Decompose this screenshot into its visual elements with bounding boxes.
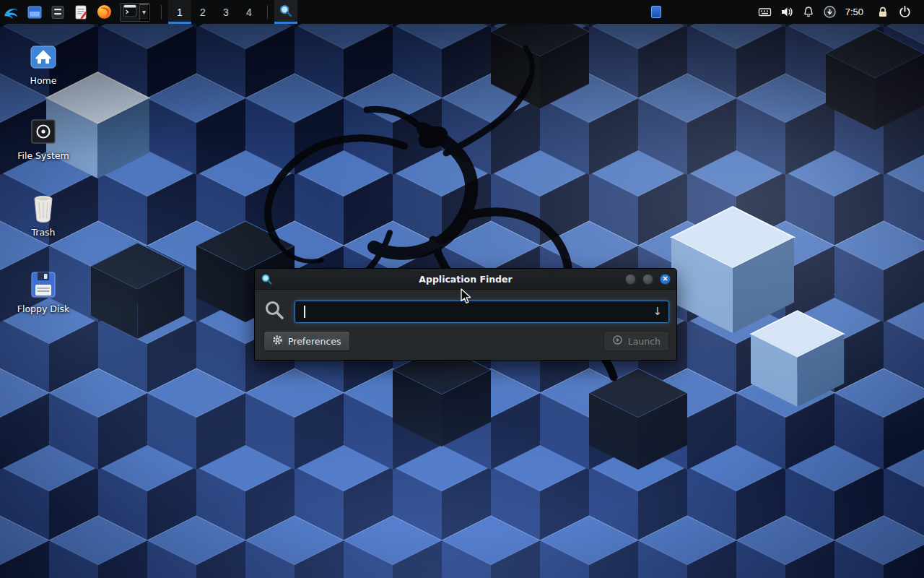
- panel-left: ▾ 1 2 3 4: [0, 0, 297, 24]
- keyboard-layout-icon[interactable]: [754, 0, 776, 24]
- tray-window-icon[interactable]: [651, 6, 661, 18]
- firefox-icon: [96, 4, 113, 20]
- chevron-down-icon: ▾: [142, 8, 146, 16]
- trash-can-icon: [30, 194, 56, 223]
- application-finder-icon: [261, 273, 273, 285]
- terminal-launcher-group: ▾: [120, 3, 150, 22]
- search-row: ↓: [263, 296, 669, 331]
- titlebar[interactable]: Application Finder ✕: [255, 269, 676, 290]
- file-system-drive-icon: [29, 117, 58, 146]
- application-finder-window: Application Finder ✕: [254, 268, 677, 361]
- desktop-icon-label: Home: [30, 76, 57, 86]
- clock[interactable]: 7:50: [841, 0, 872, 24]
- preferences-button[interactable]: Preferences: [263, 331, 350, 351]
- file-manager-launcher[interactable]: [46, 0, 69, 24]
- text-editor-launcher[interactable]: [69, 0, 92, 24]
- file-cabinet-icon: [50, 4, 66, 20]
- desktop-icon-file-system[interactable]: File System: [10, 117, 77, 161]
- close-button[interactable]: ✕: [660, 274, 671, 285]
- panel-separator: [267, 5, 268, 20]
- terminal-launcher[interactable]: [121, 4, 139, 21]
- window-controls: ✕: [625, 274, 671, 285]
- workspace-switcher: 1 2 3 4: [168, 0, 261, 24]
- desktop-icon-floppy-disk[interactable]: Floppy Disk: [10, 270, 77, 314]
- taskbar-application-finder[interactable]: [274, 0, 297, 24]
- search-input[interactable]: ↓: [295, 301, 669, 323]
- finder-body: ↓ Preferences: [255, 290, 676, 360]
- preferences-label: Preferences: [288, 336, 341, 347]
- desktop-icon-trash[interactable]: Trash: [10, 194, 77, 238]
- workspace-3[interactable]: 3: [214, 0, 237, 24]
- power-logout-icon[interactable]: [894, 0, 915, 24]
- home-folder-icon: [29, 42, 58, 71]
- minimize-button[interactable]: [625, 274, 636, 285]
- firefox-launcher[interactable]: [92, 0, 116, 24]
- window-icon: [27, 4, 43, 20]
- terminal-dropdown-button[interactable]: ▾: [139, 4, 149, 21]
- gear-icon: [272, 335, 283, 348]
- notifications-bell-icon[interactable]: [798, 0, 819, 24]
- window-title: Application Finder: [255, 274, 676, 285]
- launch-label: Launch: [628, 336, 661, 347]
- floppy-disk-icon: [30, 270, 57, 299]
- button-row: Preferences Launch: [263, 331, 669, 351]
- text-caret: [304, 306, 305, 318]
- kali-menu-button[interactable]: [0, 0, 23, 24]
- workspace-1[interactable]: 1: [168, 0, 191, 24]
- desktop-icon-label: File System: [17, 151, 69, 161]
- document-icon: [73, 4, 89, 20]
- maximize-button[interactable]: [642, 274, 653, 285]
- dropdown-arrow-icon[interactable]: ↓: [653, 305, 662, 318]
- desktop-icon-home[interactable]: Home: [10, 42, 77, 86]
- magnifier-icon: [279, 4, 293, 20]
- show-desktop-launcher[interactable]: [23, 0, 46, 24]
- update-status-icon[interactable]: [819, 0, 841, 24]
- search-magnifier-icon: [263, 299, 285, 324]
- launch-icon: [612, 335, 623, 348]
- volume-icon[interactable]: [776, 0, 798, 24]
- top-panel: ▾ 1 2 3 4: [0, 0, 924, 24]
- panel-right: 7:50: [754, 0, 924, 24]
- terminal-icon: [123, 4, 137, 20]
- launch-button[interactable]: Launch: [603, 331, 669, 351]
- workspace-2[interactable]: 2: [191, 0, 214, 24]
- desktop-icon-label: Floppy Disk: [17, 304, 69, 314]
- close-icon: ✕: [663, 276, 668, 282]
- panel-separator: [161, 5, 162, 20]
- kali-logo-icon: [3, 4, 20, 21]
- lock-screen-icon[interactable]: [872, 0, 894, 24]
- desktop-screen: ▾ 1 2 3 4: [0, 0, 924, 578]
- desktop-icon-label: Trash: [31, 228, 55, 238]
- workspace-4[interactable]: 4: [237, 0, 261, 24]
